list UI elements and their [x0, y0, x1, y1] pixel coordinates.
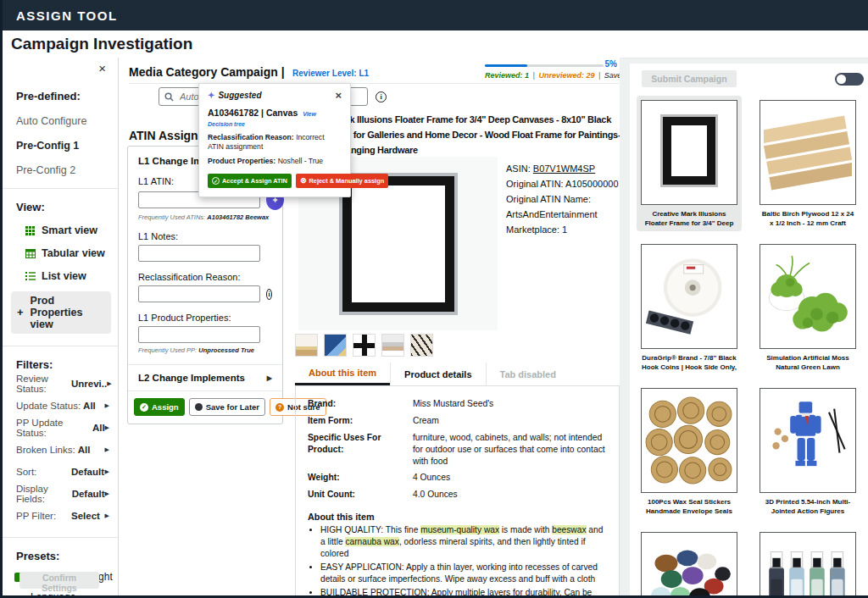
asin-link[interactable]: B07V1WM4SP: [533, 163, 595, 174]
progress-bar: [485, 64, 604, 67]
filter-pp-filter[interactable]: PP Filter:Select▶: [3, 506, 118, 525]
assign-button[interactable]: ✓ Assign: [134, 398, 185, 416]
original-atin-name-label: Original ATIN Name:: [506, 191, 619, 207]
progress-fill: [485, 64, 527, 67]
sidebar-item-smart-view[interactable]: Smart view: [25, 224, 118, 236]
product-card-bottles[interactable]: [755, 528, 860, 595]
sidebar-item-pre-config-2[interactable]: Pre-Config 2: [16, 164, 118, 176]
chevron-right-icon: ▶: [105, 402, 109, 409]
main-content: Media Category Campaign | Reviewer Level…: [119, 58, 620, 595]
filter-update-status[interactable]: Update Status:All▶: [3, 396, 118, 415]
popup-pp-row: Product Properties: Noshell - True: [208, 157, 342, 166]
suggested-atin-id: A103461782: [208, 108, 259, 118]
stat-separator: |: [533, 71, 535, 80]
accept-assign-atin-button[interactable]: ✓ Accept & Assign ATIN: [208, 174, 292, 188]
panel-toolbar: Submit Campaign: [630, 64, 868, 87]
panel-toggle[interactable]: [835, 73, 864, 86]
sidebar-item-prod-properties-view[interactable]: +Prod Properties view: [11, 291, 111, 334]
product-image-seals: [641, 388, 737, 493]
product-image-frame: [641, 100, 737, 205]
about-heading: About this item: [308, 512, 607, 522]
chevron-right-icon: ▶: [105, 468, 109, 475]
sidebar-item-pre-config-1[interactable]: Pre-Config 1: [16, 140, 118, 152]
thumbnail-desk-scene[interactable]: [295, 334, 318, 357]
reject-manually-assign-button[interactable]: ⊗ Reject & Manually assign: [296, 174, 388, 188]
filter-sort[interactable]: Sort:Default▶: [3, 462, 118, 481]
item-tabs: About this itemProduct detailsTab disabl…: [295, 363, 570, 385]
sidebar-item-auto-configure[interactable]: Auto Configure: [16, 115, 118, 127]
grid-icon: [25, 226, 36, 235]
filter-display-fields[interactable]: Display Fields:Default▶: [3, 484, 118, 503]
product-caption: 3D Printed 5.54-inch Multi-Jointed Actio…: [760, 498, 856, 515]
product-gallery: Creative Mark Illusions Floater Frame fo…: [630, 87, 868, 595]
product-caption: 100Pcs Wax Seal Stickers Handmade Envelo…: [641, 498, 737, 515]
chevron-right-icon: ▶: [105, 446, 109, 453]
predefined-list: Auto ConfigurePre-Config 1Pre-Config 2: [3, 115, 118, 176]
thumbnail-corner-cross[interactable]: [353, 334, 376, 357]
tab-product-details[interactable]: Product details: [390, 363, 485, 385]
thumbnail-frame-profile[interactable]: [381, 334, 404, 357]
stat-separator: |: [598, 71, 600, 80]
save-label: Save for Later: [206, 402, 259, 412]
item-details-card: Brand:Miss Mustard Seed'sItem Form:Cream…: [295, 385, 620, 595]
product-card-plywood[interactable]: Baltic Birch Plywood 12 x 24 x 1/2 Inch …: [755, 96, 860, 231]
confirm-settings-button[interactable]: Confirm Settings: [19, 572, 99, 589]
highlighted-keyword: carnauba wax: [345, 537, 398, 546]
filter-pp-update-status[interactable]: PP Update Status:All▶: [3, 418, 118, 437]
original-atin-name: ArtsAndEntertainment: [506, 207, 619, 222]
product-card-moss[interactable]: Simulation Artificial Moss Natural Green…: [755, 240, 860, 375]
reviewer-level: Reviewer Level: L1: [292, 69, 369, 78]
thumbnail-framed-art[interactable]: [324, 334, 347, 357]
review-progress: 5% Reviewed: 1 | Unreviewed: 29 | Saved …: [485, 59, 620, 80]
close-icon[interactable]: ×: [335, 91, 342, 100]
reject-icon: ⊗: [300, 177, 307, 185]
product-card-stones[interactable]: [637, 528, 742, 595]
filter-broken-links[interactable]: Broken Links:All▶: [3, 440, 118, 459]
detail-value: 4.0 Ounces: [413, 489, 607, 501]
detail-label: Unit Count:: [308, 489, 413, 501]
product-card-frame[interactable]: Creative Mark Illusions Floater Frame fo…: [637, 96, 742, 231]
about-bullet: EASY APPLICATION: Apply a thin layer, wo…: [320, 562, 607, 585]
question-icon: ?: [275, 403, 284, 412]
product-image-figure: [760, 388, 856, 493]
l2-section-header[interactable]: L2 Change Implements ▶: [128, 364, 282, 390]
product-card-figure[interactable]: 3D Printed 5.54-inch Multi-Jointed Actio…: [755, 384, 860, 519]
save-for-later-button[interactable]: Save for Later: [189, 398, 265, 416]
detail-value: Cream: [413, 415, 607, 427]
about-bullet: HIGH QUALITY: This fine museum-quality w…: [320, 524, 607, 560]
asin-label: ASIN:: [506, 163, 531, 174]
tab-about-this-item[interactable]: About this item: [295, 363, 390, 385]
detail-value: 4 Ounces: [413, 472, 607, 484]
filter-review-status[interactable]: Review Status:Unrevi..▶: [3, 374, 118, 393]
filter-value: Unrevi..: [71, 379, 107, 389]
detail-row: Item Form:Cream: [308, 415, 607, 427]
view-heading: View:: [16, 201, 118, 213]
l1-product-properties-input[interactable]: [138, 326, 260, 343]
bullet-text: EASY APPLICATION: Apply a thin layer, wo…: [320, 562, 598, 584]
product-card-roll[interactable]: DuraGrip® Brand - 7/8" Black Hook Coins …: [637, 240, 742, 375]
close-icon[interactable]: ×: [98, 61, 106, 75]
detail-value: furniture, wood, cabinets, and walls; no…: [413, 432, 607, 468]
popup-title: Suggested: [218, 91, 261, 100]
suggested-atin: A103461782 | Canvas View Decision tree: [208, 108, 342, 128]
submit-campaign-button[interactable]: Submit Campaign: [642, 70, 737, 87]
sidebar-item-tabular-view[interactable]: Tabular view: [25, 247, 118, 259]
reason-label: Reclassification Reason:: [208, 133, 294, 141]
detail-row: Weight:4 Ounces: [308, 472, 607, 484]
l1-notes-input[interactable]: [138, 245, 260, 262]
search-info-icon[interactable]: i: [376, 91, 387, 102]
assign-label: Assign: [152, 402, 179, 412]
product-caption: Creative Mark Illusions Floater Frame fo…: [641, 210, 737, 227]
product-card-seals[interactable]: 100Pcs Wax Seal Stickers Handmade Envelo…: [637, 384, 742, 519]
highlighted-keyword: museum-quality wax: [420, 525, 499, 534]
thumbnail-moulding-stack[interactable]: [410, 334, 433, 357]
reclassification-reason-input[interactable]: [138, 285, 260, 302]
campaign-title: Media Category Campaign |: [129, 65, 285, 79]
l2-section-label: L2 Change Implements: [138, 373, 245, 383]
chevron-right-icon: ▶: [105, 512, 109, 519]
sidebar-item-list-view[interactable]: List view: [25, 270, 118, 282]
reason-info-icon[interactable]: i: [266, 289, 272, 300]
filter-value: Default: [71, 467, 104, 477]
check-icon: ✓: [212, 177, 220, 185]
filter-label: Sort:: [16, 467, 71, 477]
